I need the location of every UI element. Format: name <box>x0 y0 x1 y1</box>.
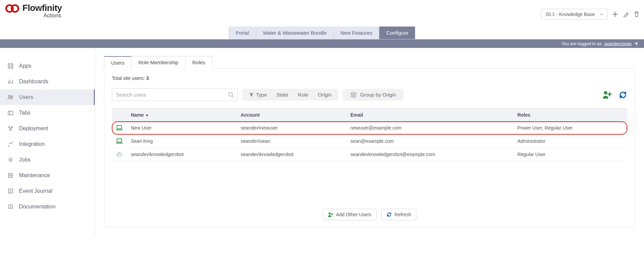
login-user-link[interactable]: seandev\sean <box>604 41 632 46</box>
sidebar-item-event-journal[interactable]: Event Journal <box>0 183 95 199</box>
brand-sub: Actions <box>22 13 62 18</box>
maintenance-icon <box>7 173 14 178</box>
col-name[interactable]: Name▼ <box>127 109 237 121</box>
sidebar-item-label: Maintenance <box>19 172 50 178</box>
filter-state[interactable]: State <box>272 89 293 101</box>
svg-rect-8 <box>8 111 13 115</box>
add-icon[interactable] <box>612 11 618 17</box>
subtab-role-membership[interactable]: Role Membership <box>131 56 186 69</box>
sidebar: Apps Dashboards Users Tabs Deployment In… <box>0 48 95 236</box>
sidebar-item-integration[interactable]: Integration <box>0 136 95 152</box>
group-by-origin[interactable]: Group by Origin <box>348 89 398 101</box>
login-status-bar: You are logged in as seandev\sean ▼ <box>0 39 644 48</box>
svg-rect-4 <box>8 67 10 68</box>
col-email[interactable]: Email <box>346 109 513 121</box>
deploy-icon <box>7 126 14 131</box>
sub-tabs: Users Role Membership Roles <box>104 56 635 69</box>
add-user-button[interactable] <box>602 90 612 99</box>
integration-icon <box>7 141 14 147</box>
funnel-icon <box>249 92 254 97</box>
delete-icon[interactable] <box>634 11 639 17</box>
cell-email: newuser@example.com <box>346 121 513 135</box>
subtab-roles[interactable]: Roles <box>185 56 212 69</box>
layers-icon <box>350 92 356 98</box>
filter-origin[interactable]: Origin <box>313 89 336 101</box>
app-header: Flowfinity Actions 20.1 - Knowledge Base <box>0 0 644 20</box>
table-row[interactable]: Sean Kingseandev\seansean@example.comAdm… <box>112 135 627 148</box>
users-panel: Total site users: 3 Type State Role <box>104 68 635 227</box>
svg-rect-2 <box>8 64 10 65</box>
footer-buttons: Add Other Users Refresh <box>112 209 627 220</box>
subtab-users[interactable]: Users <box>104 56 132 69</box>
svg-rect-3 <box>11 64 13 65</box>
chevron-down-icon <box>599 12 604 16</box>
sidebar-item-label: Jobs <box>19 157 31 163</box>
sidebar-item-label: Deployment <box>19 125 48 132</box>
brand-name: Flowfinity <box>22 3 62 12</box>
cell-account: seandev\knowledgerobot <box>237 148 346 161</box>
sidebar-item-apps[interactable]: Apps <box>0 58 95 74</box>
tabs-icon <box>7 110 14 116</box>
journal-icon <box>7 188 14 194</box>
sidebar-item-label: Apps <box>19 63 31 69</box>
svg-point-6 <box>8 95 11 97</box>
refresh-button[interactable]: Refresh <box>381 209 416 220</box>
grid-icon <box>7 63 14 69</box>
cell-name: Sean King <box>127 135 237 148</box>
total-users-text: Total site users: 3 <box>112 75 627 81</box>
refresh-button-top[interactable] <box>619 90 627 99</box>
col-roles[interactable]: Roles <box>513 109 627 121</box>
user-plus-icon <box>328 212 333 217</box>
svg-point-7 <box>11 96 13 98</box>
caret-down-icon: ▼ <box>634 41 639 46</box>
sidebar-item-label: Documentation <box>19 204 56 210</box>
svg-rect-18 <box>117 139 122 142</box>
sidebar-item-label: Users <box>19 94 33 100</box>
add-other-users-button[interactable]: Add Other Users <box>323 209 377 220</box>
cell-email: sean@example.com <box>346 135 513 148</box>
total-users-count: 3 <box>146 75 149 81</box>
col-account[interactable]: Account <box>237 109 346 121</box>
brand-logo: Flowfinity Actions <box>5 3 62 18</box>
cell-name: seandev\knowledgerobot <box>127 148 237 161</box>
sidebar-item-documentation[interactable]: Documentation <box>0 199 95 215</box>
filter-type[interactable]: Type <box>244 89 272 101</box>
cell-roles: Administrator <box>513 135 627 148</box>
sidebar-item-label: Tabs <box>19 110 31 116</box>
search-input[interactable] <box>112 88 238 101</box>
refresh-icon <box>386 212 392 217</box>
sidebar-item-label: Event Journal <box>19 188 52 194</box>
svg-point-15 <box>229 92 232 96</box>
cell-roles: Regular User <box>513 148 627 161</box>
edit-icon[interactable] <box>623 11 629 17</box>
svg-rect-5 <box>11 67 13 68</box>
navtab-new-features[interactable]: New Features <box>334 27 379 39</box>
svg-rect-19 <box>117 153 121 156</box>
sort-desc-icon: ▼ <box>145 113 149 117</box>
sidebar-item-tabs[interactable]: Tabs <box>0 105 95 121</box>
svg-point-12 <box>10 159 12 161</box>
svg-point-21 <box>120 154 120 155</box>
sidebar-item-deployment[interactable]: Deployment <box>0 121 95 136</box>
svg-point-20 <box>118 154 119 155</box>
knowledge-base-select[interactable]: 20.1 - Knowledge Base <box>541 9 607 20</box>
sidebar-item-jobs[interactable]: Jobs <box>0 152 95 168</box>
navtab-water[interactable]: Water & Wastewater Bundle <box>256 27 334 39</box>
sidebar-item-maintenance[interactable]: Maintenance <box>0 168 95 183</box>
table-row[interactable]: New Userseandev\newusernewuser@example.c… <box>112 121 627 135</box>
gear-icon <box>7 157 14 163</box>
users-toolbar: Type State Role Origin Group by Origin <box>112 88 627 101</box>
navtab-configure[interactable]: Configure <box>379 27 415 39</box>
table-row[interactable]: seandev\knowledgerobotseandev\knowledger… <box>112 148 627 161</box>
navtab-portal[interactable]: Portal <box>229 27 256 39</box>
svg-point-22 <box>329 213 331 215</box>
users-icon <box>7 95 14 100</box>
svg-rect-17 <box>117 125 122 129</box>
main-nav-tabs: Portal Water & Wastewater Bundle New Fea… <box>0 27 644 39</box>
search-icon <box>228 92 234 98</box>
sidebar-item-label: Integration <box>19 141 45 147</box>
sidebar-item-users[interactable]: Users <box>0 89 95 105</box>
filter-role[interactable]: Role <box>293 89 313 101</box>
sidebar-item-dashboards[interactable]: Dashboards <box>0 74 95 89</box>
robot-icon <box>116 152 123 157</box>
